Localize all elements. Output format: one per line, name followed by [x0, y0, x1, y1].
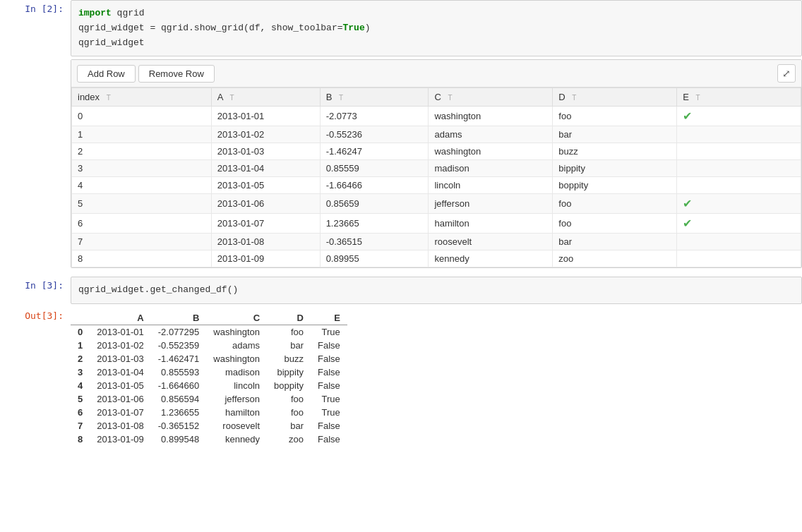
output-cell-C: hamilton: [206, 406, 267, 419]
cell-D: foo: [553, 194, 677, 214]
grid-body: 02013-01-01-2.0773washingtonfoo✔12013-01…: [72, 107, 801, 267]
col-header-D[interactable]: D T: [553, 88, 677, 107]
code-area-in2: import qgrid qgrid_widget = qgrid.show_g…: [71, 0, 802, 56]
prompt-in3: In [3]:: [0, 277, 71, 291]
col-header-index[interactable]: index T: [72, 88, 212, 107]
cell-C: kennedy: [429, 250, 553, 267]
cell-D: boppity: [553, 177, 677, 194]
output-cell-E: False: [311, 419, 347, 433]
output-cell-idx: 0: [71, 325, 90, 339]
cell-A: 2013-01-07: [211, 214, 320, 234]
cell-B: -0.55236: [320, 126, 429, 143]
prompt-in2: In [2]:: [0, 0, 71, 14]
output-cell-E: False: [311, 433, 347, 446]
output-cell-B: 1.236655: [151, 406, 207, 419]
output-cell-B: 0.899548: [151, 433, 207, 446]
checkmark-icon: ✔: [683, 198, 692, 210]
cell-D: foo: [553, 214, 677, 234]
output-col-header-idx: [71, 311, 90, 325]
output-col-header-D: D: [267, 311, 311, 325]
output-cell-B: -0.365152: [151, 419, 207, 433]
cell-E: [677, 234, 801, 250]
output-cell-E: False: [311, 365, 347, 379]
cell-C: hamilton: [429, 214, 553, 234]
table-row[interactable]: 42013-01-05-1.66466lincolnboppity: [72, 177, 801, 194]
table-row[interactable]: 52013-01-060.85659jeffersonfoo✔: [72, 194, 801, 214]
output-cell-idx: 7: [71, 419, 90, 433]
output-table-row: 32013-01-040.855593madisonbippityFalse: [71, 365, 347, 379]
col-header-C[interactable]: C T: [429, 88, 553, 107]
cell-out3: Out[3]: ABCDE 02013-01-01-2.077295washin…: [0, 307, 802, 449]
table-row[interactable]: 62013-01-071.23665hamiltonfoo✔: [72, 214, 801, 234]
cell-E: [677, 143, 801, 160]
table-row[interactable]: 02013-01-01-2.0773washingtonfoo✔: [72, 107, 801, 126]
output-table-row: 22013-01-03-1.462471washingtonbuzzFalse: [71, 352, 347, 365]
cell-index: 8: [72, 250, 212, 267]
table-row[interactable]: 32013-01-040.85559madisonbippity: [72, 160, 801, 177]
col-header-B[interactable]: B T: [320, 88, 429, 107]
output-table-row: 52013-01-060.856594jeffersonfooTrue: [71, 392, 347, 406]
output-cell-B: -1.462471: [151, 352, 207, 365]
output-table-row: 12013-01-02-0.552359adamsbarFalse: [71, 339, 347, 352]
output-cell-B: 0.856594: [151, 392, 207, 406]
output-area: ABCDE 02013-01-01-2.077295washingtonfooT…: [71, 308, 347, 449]
output-cell-D: bar: [267, 339, 311, 352]
cell-D: bippity: [553, 160, 677, 177]
cell-C: adams: [429, 126, 553, 143]
cell-E: ✔: [677, 194, 801, 214]
output-cell-D: buzz: [267, 352, 311, 365]
cell-C: jefferson: [429, 194, 553, 214]
output-cell-D: zoo: [267, 433, 311, 446]
col-header-A[interactable]: A T: [211, 88, 320, 107]
output-cell-C: washington: [206, 325, 267, 339]
cell-A: 2013-01-02: [211, 126, 320, 143]
output-cell-B: -0.552359: [151, 339, 207, 352]
output-cell-C: roosevelt: [206, 419, 267, 433]
cell-B: 0.89955: [320, 250, 429, 267]
filter-icon-B[interactable]: T: [339, 94, 343, 102]
filter-icon-C[interactable]: T: [448, 94, 452, 102]
output-cell-E: True: [311, 392, 347, 406]
cell-in3: In [3]: qgrid_widget.get_changed_df(): [0, 277, 802, 304]
output-cell-A: 2013-01-03: [90, 352, 151, 365]
output-col-header-B: B: [151, 311, 207, 325]
cell-C: roosevelt: [429, 234, 553, 250]
output-cell-C: kennedy: [206, 433, 267, 446]
table-row[interactable]: 22013-01-03-1.46247washingtonbuzz: [72, 143, 801, 160]
cell-B: -1.66466: [320, 177, 429, 194]
table-row[interactable]: 72013-01-08-0.36515rooseveltbar: [72, 234, 801, 250]
output-cell-A: 2013-01-01: [90, 325, 151, 339]
output-table-row: 42013-01-05-1.664660lincolnboppityFalse: [71, 379, 347, 392]
output-table-row: 72013-01-08-0.365152rooseveltbarFalse: [71, 419, 347, 433]
output-cell-idx: 3: [71, 365, 90, 379]
cell-index: 6: [72, 214, 212, 234]
remove-row-button[interactable]: Remove Row: [138, 65, 215, 83]
filter-icon-D[interactable]: T: [572, 94, 576, 102]
grid-toolbar: Add Row Remove Row ⤢: [71, 60, 801, 87]
output-cell-D: foo: [267, 392, 311, 406]
cell-E: [677, 177, 801, 194]
filter-icon-A[interactable]: T: [229, 94, 234, 102]
output-col-header-C: C: [206, 311, 267, 325]
output-cell-idx: 5: [71, 392, 90, 406]
add-row-button[interactable]: Add Row: [77, 65, 136, 83]
cell-index: 7: [72, 234, 212, 250]
filter-icon-index[interactable]: T: [107, 94, 111, 102]
qgrid-widget: Add Row Remove Row ⤢ index T A T: [71, 59, 802, 268]
cell-D: bar: [553, 234, 677, 250]
output-cell-A: 2013-01-08: [90, 419, 151, 433]
output-cell-A: 2013-01-06: [90, 392, 151, 406]
table-row[interactable]: 82013-01-090.89955kennedyzoo: [72, 250, 801, 267]
expand-button[interactable]: ⤢: [777, 64, 796, 83]
output-cell-B: -2.077295: [151, 325, 207, 339]
cell-E: [677, 160, 801, 177]
output-cell-C: adams: [206, 339, 267, 352]
filter-icon-E[interactable]: T: [695, 94, 700, 102]
grid-scroll-area[interactable]: index T A T B T C T D T: [71, 87, 801, 267]
table-row[interactable]: 12013-01-02-0.55236adamsbar: [72, 126, 801, 143]
cell-A: 2013-01-06: [211, 194, 320, 214]
cell-index: 0: [72, 107, 212, 126]
cell-B: -2.0773: [320, 107, 429, 126]
col-header-E[interactable]: E T: [677, 88, 801, 107]
notebook: In [2]: import qgrid qgrid_widget = qgri…: [0, 0, 802, 449]
